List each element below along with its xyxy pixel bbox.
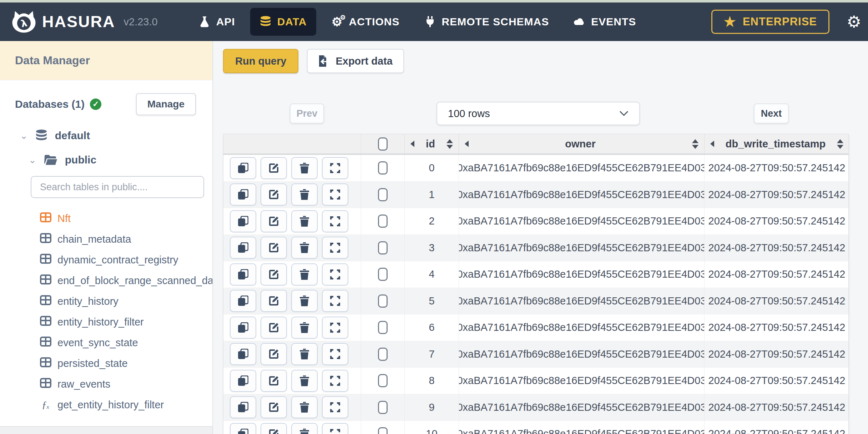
header-id-column[interactable]: id — [405, 134, 459, 153]
tree-node-public-schema[interactable]: ⌄ public — [0, 154, 212, 166]
prev-page-button[interactable]: Prev — [290, 104, 324, 123]
delete-row-button[interactable] — [291, 290, 318, 312]
sidebar-table-item[interactable]: ƒₓ chain_metadata — [40, 229, 212, 249]
clone-row-button[interactable] — [230, 290, 256, 312]
enterprise-button[interactable]: ★ ENTERPRISE — [711, 10, 829, 34]
edit-row-button[interactable] — [261, 263, 287, 286]
export-data-button[interactable]: Export data — [307, 49, 404, 73]
rows-per-page-select[interactable]: 100 rows — [436, 102, 640, 125]
clone-row-button[interactable] — [230, 370, 256, 392]
table-name: end_of_block_range_scanned_data — [57, 275, 212, 287]
row-checkbox[interactable] — [378, 401, 388, 414]
row-select-cell — [361, 394, 405, 421]
row-checkbox[interactable] — [378, 374, 388, 387]
sidebar-table-item[interactable]: ƒₓ persisted_state — [40, 353, 212, 374]
sidebar-table-item[interactable]: ƒₓ event_sync_state — [40, 332, 212, 353]
sidebar-table-item[interactable]: ƒₓ get_entity_history_filter — [40, 394, 212, 415]
expand-row-button[interactable] — [322, 183, 348, 206]
collapse-column-icon[interactable] — [410, 141, 414, 147]
run-query-button[interactable]: Run query — [223, 49, 298, 73]
row-checkbox[interactable] — [378, 348, 388, 361]
row-select-cell — [361, 368, 405, 394]
delete-row-button[interactable] — [291, 343, 318, 365]
clone-row-button[interactable] — [230, 183, 256, 206]
expand-row-button[interactable] — [322, 396, 348, 418]
clone-row-button[interactable] — [230, 396, 256, 418]
edit-row-button[interactable] — [261, 157, 287, 179]
clone-row-button[interactable] — [230, 157, 256, 179]
manage-button[interactable]: Manage — [136, 93, 196, 115]
expand-row-button[interactable] — [322, 237, 348, 259]
expand-row-button[interactable] — [322, 343, 348, 365]
clone-row-button[interactable] — [230, 423, 256, 434]
table-icon — [40, 212, 51, 225]
sidebar-table-item[interactable]: ƒₓ entity_history_filter — [40, 312, 212, 332]
hasura-logo[interactable]: λ HASURA — [12, 11, 115, 33]
chevron-down-icon[interactable]: ⌄ — [29, 155, 36, 166]
row-actions — [223, 288, 361, 315]
sidebar-table-item[interactable]: ƒₓ entity_history — [40, 291, 212, 312]
edit-row-button[interactable] — [261, 396, 287, 418]
sort-icon[interactable] — [446, 139, 453, 149]
expand-row-button[interactable] — [322, 317, 348, 339]
row-checkbox[interactable] — [378, 241, 388, 254]
delete-row-button[interactable] — [291, 396, 318, 418]
edit-row-button[interactable] — [261, 290, 287, 312]
edit-row-button[interactable] — [261, 183, 287, 206]
header-timestamp-column[interactable]: db_write_timestamp — [705, 134, 849, 153]
search-tables-input[interactable] — [31, 176, 204, 198]
select-all-checkbox[interactable] — [378, 137, 388, 151]
expand-row-button[interactable] — [322, 423, 348, 434]
expand-row-button[interactable] — [322, 263, 348, 286]
delete-row-button[interactable] — [291, 423, 318, 434]
sidebar-table-item[interactable]: ƒₓ raw_events — [40, 374, 212, 394]
edit-row-button[interactable] — [261, 210, 287, 232]
delete-row-button[interactable] — [291, 370, 318, 392]
row-checkbox[interactable] — [378, 215, 388, 228]
expand-row-button[interactable] — [322, 157, 348, 179]
delete-row-button[interactable] — [291, 157, 318, 179]
next-page-button[interactable]: Next — [754, 104, 789, 123]
clone-row-button[interactable] — [230, 237, 256, 259]
clone-row-button[interactable] — [230, 317, 256, 339]
collapse-column-icon[interactable] — [465, 141, 469, 147]
clone-row-button[interactable] — [230, 263, 256, 286]
sort-icon[interactable] — [837, 139, 843, 149]
nav-item-remote-schemas[interactable]: REMOTE SCHEMAS — [415, 8, 559, 36]
row-checkbox[interactable] — [378, 294, 388, 308]
row-checkbox[interactable] — [378, 161, 388, 175]
tree-node-default-db[interactable]: ⌄ default — [0, 130, 212, 142]
row-checkbox[interactable] — [378, 188, 388, 201]
sidebar-table-item[interactable]: ƒₓ dynamic_contract_registry — [40, 249, 212, 270]
collapse-column-icon[interactable] — [710, 141, 714, 147]
table-icon — [40, 295, 51, 308]
nav-item-api[interactable]: API — [189, 8, 244, 36]
edit-row-button[interactable] — [261, 237, 287, 259]
expand-row-button[interactable] — [322, 210, 348, 232]
expand-row-button[interactable] — [322, 290, 348, 312]
settings-gear-icon[interactable]: ⚙ — [847, 12, 868, 31]
nav-item-actions[interactable]: ⚙ ⚙ ACTIONS — [322, 8, 409, 36]
nav-item-data[interactable]: DATA — [250, 8, 316, 36]
clone-row-button[interactable] — [230, 210, 256, 232]
edit-row-button[interactable] — [261, 423, 287, 434]
delete-row-button[interactable] — [291, 183, 318, 206]
nav-item-events[interactable]: EVENTS — [564, 8, 645, 36]
sidebar-table-item[interactable]: ƒₓ end_of_block_range_scanned_data — [40, 270, 212, 291]
clone-row-button[interactable] — [230, 343, 256, 365]
delete-row-button[interactable] — [291, 317, 318, 339]
edit-row-button[interactable] — [261, 317, 287, 339]
edit-row-button[interactable] — [261, 370, 287, 392]
sidebar-table-item[interactable]: ƒₓ Nft — [40, 208, 212, 229]
delete-row-button[interactable] — [291, 263, 318, 286]
delete-row-button[interactable] — [291, 237, 318, 259]
chevron-down-icon[interactable]: ⌄ — [20, 130, 28, 141]
edit-row-button[interactable] — [261, 343, 287, 365]
row-checkbox[interactable] — [378, 268, 388, 281]
row-checkbox[interactable] — [378, 321, 388, 334]
delete-row-button[interactable] — [291, 210, 318, 232]
expand-row-button[interactable] — [322, 370, 348, 392]
row-checkbox[interactable] — [378, 427, 388, 434]
sort-icon[interactable] — [692, 139, 698, 149]
header-owner-column[interactable]: owner — [459, 134, 705, 153]
